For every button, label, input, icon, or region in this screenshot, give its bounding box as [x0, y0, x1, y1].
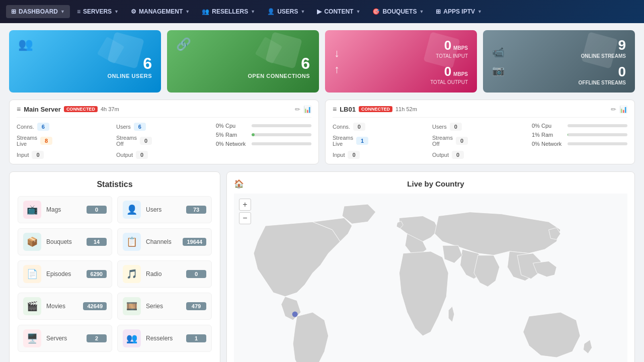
stat-icon-box: 👥	[123, 329, 141, 347]
chart-icon[interactable]: 📊	[303, 106, 311, 113]
input-stat: Input 0	[17, 151, 112, 159]
cpu-progress: 0% Cpu	[216, 123, 311, 129]
output-stat: Output 0	[116, 151, 212, 159]
server-time: 4h 37m	[101, 106, 119, 112]
stat-icon-box: 🎵	[123, 265, 141, 283]
stat-count: 2	[87, 334, 107, 342]
nav-arrow: ▼	[419, 9, 424, 14]
management-icon: ⚙	[131, 8, 136, 15]
nav-content[interactable]: ▶ CONTENT ▼	[312, 5, 365, 18]
server-actions[interactable]: ✏ 📊	[611, 106, 627, 113]
streams-off-stat: StreamsOff 0	[116, 135, 212, 147]
stat-count: 19644	[183, 238, 206, 246]
edit-icon[interactable]: ✏	[611, 106, 616, 113]
nav-arrow: ▼	[477, 9, 482, 14]
online-streams-icon: 📹	[492, 46, 574, 58]
users-value: 0	[450, 123, 462, 131]
input-value: 0	[348, 151, 360, 159]
stat-row-radio: 🎵 Radio 0	[117, 260, 212, 288]
ram-label: 5% Ram	[216, 132, 249, 138]
nav-arrow: ▼	[301, 9, 305, 14]
bouquets-icon: 🎯	[372, 8, 380, 15]
nav-dashboard[interactable]: ⊞ DASHBOARD ▼	[6, 5, 70, 18]
cpu-label: 0% Cpu	[532, 123, 565, 129]
server-title-row: ≡ LB01 CONNECTED 11h 52m	[333, 105, 417, 113]
stat-icon: 📺	[27, 204, 38, 215]
output-label: TOTAL OUTPUT	[430, 79, 468, 85]
stat-icon: 📦	[27, 236, 38, 247]
nav-users[interactable]: 👤 USERS ▼	[262, 5, 310, 18]
stat-info: Mags	[46, 206, 82, 213]
streams-off-stat: StreamsOff 0	[432, 135, 528, 147]
stat-count: 0	[87, 206, 107, 214]
server-actions[interactable]: ✏ 📊	[295, 106, 311, 113]
stat-icon-box: 🖥️	[23, 329, 41, 347]
cpu-bar-outer	[568, 124, 627, 127]
stat-info: Movies	[46, 303, 78, 310]
online-users-card: 👥 6 ONLINE USERS	[9, 30, 161, 93]
stat-icon: 👤	[126, 204, 137, 215]
server-progress: 0% Cpu 5% Ram 0% Network	[216, 123, 311, 159]
statistics-panel: Statistics 📺 Mags 0 👤 Users 73 📦 Bouquet…	[9, 171, 220, 362]
stat-name: Mags	[46, 206, 82, 213]
input-label: Input	[333, 152, 345, 158]
cpu-bar-outer	[252, 124, 311, 127]
stat-count: 1	[186, 334, 206, 342]
stat-info: Users	[146, 206, 181, 213]
streams-live-label: StreamsLive	[17, 135, 37, 147]
stat-count: 479	[186, 302, 206, 310]
zoom-in-button[interactable]: +	[239, 199, 251, 211]
streams-off-label: StreamsOff	[432, 135, 453, 147]
statistics-title: Statistics	[18, 180, 212, 189]
output-label: Output	[432, 152, 449, 158]
stat-icon-box: 📺	[23, 201, 41, 219]
stat-row-movies: 🎬 Movies 42649	[18, 293, 112, 320]
input-icon: ↓	[334, 47, 425, 60]
navbar: ⊞ DASHBOARD ▼ ≡ SERVERS ▼ ⚙ MANAGEMENT ▼…	[0, 0, 644, 23]
stat-icon-box: 📦	[23, 233, 41, 251]
output-label: Output	[116, 152, 133, 158]
chart-icon[interactable]: 📊	[619, 106, 627, 113]
ram-progress: 1% Ram	[532, 132, 627, 138]
stat-name: Bouquets	[46, 238, 82, 245]
nav-servers[interactable]: ≡ SERVERS ▼	[72, 5, 124, 18]
server-title-row: ≡ Main Server CONNECTED 4h 37m	[17, 105, 119, 113]
server-status-badge: CONNECTED	[359, 106, 392, 112]
stat-count: 73	[186, 206, 206, 214]
stat-name: Channels	[146, 238, 178, 245]
nav-arrow: ▼	[356, 9, 360, 14]
zoom-out-button[interactable]: −	[239, 212, 251, 224]
network-bar-outer	[568, 142, 627, 145]
offline-streams-icon: 📷	[492, 64, 574, 76]
resellers-icon: 👥	[202, 8, 209, 15]
cpu-progress: 0% Cpu	[532, 123, 627, 129]
open-connections-card: 🔗 6 OPEN CONNECTIONS	[167, 30, 319, 93]
stat-info: Radio	[146, 270, 181, 278]
map-home-icon[interactable]: 🏠	[234, 179, 244, 189]
nav-arrow: ▼	[185, 9, 190, 14]
network-bar-outer	[252, 142, 311, 145]
offline-streams-label: OFFLINE STREAMS	[579, 80, 626, 85]
stat-info: Channels	[146, 238, 178, 245]
bandwidth-card: ↓ ↑ 0 MBPS TOTAL INPUT 0 MBPS	[325, 30, 477, 93]
output-value: 0	[136, 151, 148, 159]
stat-count: 0	[186, 270, 206, 278]
input-label: Input	[17, 152, 29, 158]
stat-icon: 🖥️	[27, 333, 38, 344]
nav-resellers[interactable]: 👥 RESELLERS ▼	[197, 5, 260, 18]
cpu-label: 0% Cpu	[216, 123, 249, 129]
input-stat: Input 0	[333, 151, 428, 159]
map-dot	[292, 312, 298, 317]
stat-info: Episodes	[46, 270, 82, 278]
streams-off-value: 0	[456, 137, 468, 145]
nav-bouquets[interactable]: 🎯 BOUQUETS ▼	[367, 5, 429, 18]
stat-row-channels: 📋 Channels 19644	[117, 228, 212, 255]
output-icon: ↑	[334, 63, 425, 76]
nav-management[interactable]: ⚙ MANAGEMENT ▼	[126, 5, 195, 18]
stat-count: 14	[87, 238, 107, 246]
server-progress: 0% Cpu 1% Ram 0% Network	[532, 123, 627, 159]
server-stats-middle: Users 6 StreamsOff 0 Output 0	[116, 123, 212, 159]
edit-icon[interactable]: ✏	[295, 106, 300, 113]
nav-apps-iptv[interactable]: ⊞ APPS IPTV ▼	[431, 5, 487, 18]
server-stats: Conns. 0 StreamsLive 1 Input 0 Users	[333, 123, 627, 159]
